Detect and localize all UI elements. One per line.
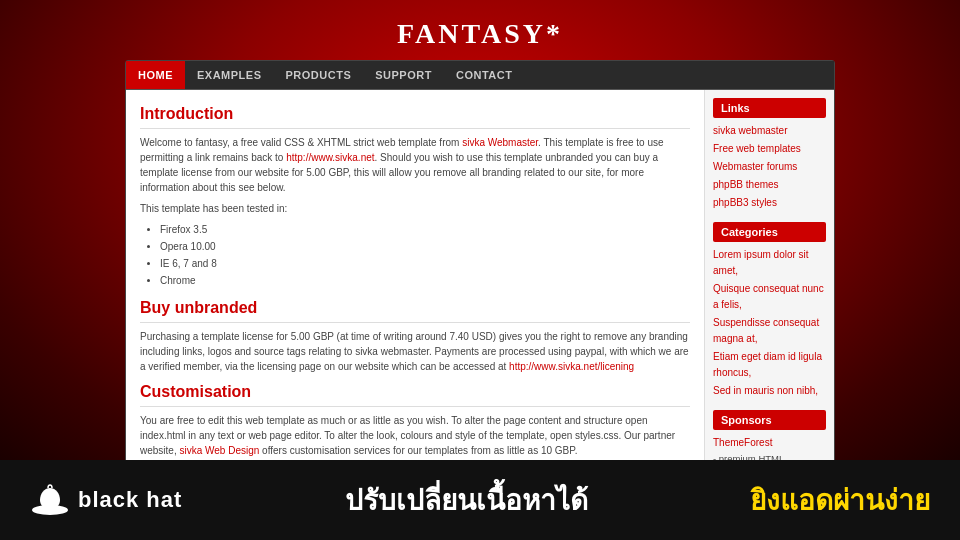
blackhat-logo: black hat (30, 480, 182, 520)
list-item: IE 6, 7 and 8 (160, 256, 690, 271)
sidebar-links-box: Links sivka webmaster Free web templates… (713, 98, 826, 212)
sivka-url-link[interactable]: http://www.sivka.net (286, 152, 374, 163)
section-title-buy: Buy unbranded (140, 296, 690, 323)
licening-link[interactable]: http://www.sivka.net/licening (509, 361, 634, 372)
nav-contact[interactable]: CONTACT (444, 61, 524, 89)
sidebar-cat-1[interactable]: Lorem ipsum dolor sit amet, (713, 246, 826, 280)
section-title-custom: Customisation (140, 380, 690, 407)
sidebar-cat-2[interactable]: Quisque consequat nunc a felis, (713, 280, 826, 314)
sidebar-link-sivka[interactable]: sivka webmaster (713, 122, 826, 140)
buy-para: Purchasing a template license for 5.00 G… (140, 329, 690, 374)
sidebar-link-forums[interactable]: Webmaster forums (713, 158, 826, 176)
intro-para1: Welcome to fantasy, a free valid CSS & X… (140, 135, 690, 195)
sidebar-link-templates[interactable]: Free web templates (713, 140, 826, 158)
list-item: Firefox 3.5 (160, 222, 690, 237)
nav-home[interactable]: HOME (126, 61, 185, 89)
sivka-webdesign-link[interactable]: sivka Web Design (179, 445, 259, 456)
blackhat-text: black hat (78, 487, 182, 513)
banner-thai-text: ปรับเปลี่ยนเนื้อหาได้ (182, 478, 750, 522)
sponsor-themeforest-link[interactable]: ThemeForest (713, 434, 826, 452)
list-item: Chrome (160, 273, 690, 288)
blackhat-icon (30, 480, 70, 520)
custom-para: You are free to edit this web template a… (140, 413, 690, 458)
sidebar-cat-5[interactable]: Sed in mauris non nibh, (713, 382, 826, 400)
sidebar-link-phpbb3[interactable]: phpBB3 styles (713, 194, 826, 212)
nav-products[interactable]: PRODUCTS (274, 61, 364, 89)
nav-support[interactable]: SUPPORT (363, 61, 444, 89)
section-title-intro: Introduction (140, 102, 690, 129)
sidebar-categories-box: Categories Lorem ipsum dolor sit amet, Q… (713, 222, 826, 400)
page-title: FANTASY* (0, 18, 960, 50)
sidebar-cat-4[interactable]: Etiam eget diam id ligula rhoncus, (713, 348, 826, 382)
sidebar-link-phpbb[interactable]: phpBB themes (713, 176, 826, 194)
sidebar-cat-3[interactable]: Suspendisse consequat magna at, (713, 314, 826, 348)
intro-para2: This template has been tested in: (140, 201, 690, 216)
sidebar-links-title: Links (713, 98, 826, 118)
banner-right-text: ยิงแอดผ่านง่าย (750, 478, 930, 522)
nav-bar: HOME EXAMPLES PRODUCTS SUPPORT CONTACT (126, 61, 834, 90)
bottom-banner: black hat ปรับเปลี่ยนเนื้อหาได้ ยิงแอดผ่… (0, 460, 960, 540)
sivka-link[interactable]: sivka Webmaster (462, 137, 538, 148)
sidebar-sponsors-title: Sponsors (713, 410, 826, 430)
nav-examples[interactable]: EXAMPLES (185, 61, 274, 89)
tested-list: Firefox 3.5 Opera 10.00 IE 6, 7 and 8 Ch… (160, 222, 690, 288)
list-item: Opera 10.00 (160, 239, 690, 254)
sidebar-categories-title: Categories (713, 222, 826, 242)
